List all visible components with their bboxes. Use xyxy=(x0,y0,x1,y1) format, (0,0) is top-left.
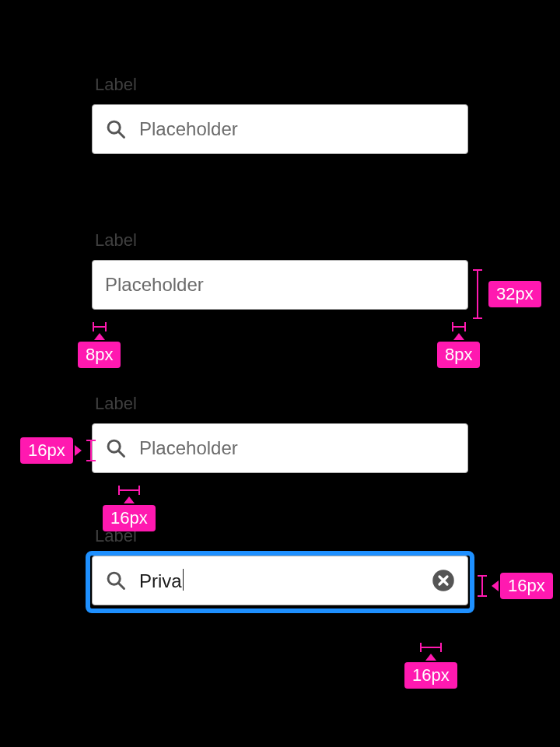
anno-pad-right-value: 8px xyxy=(437,342,480,368)
anno-height-value: 32px xyxy=(488,281,541,307)
anno-pad-left-value: 8px xyxy=(78,342,121,368)
text-caret xyxy=(183,569,184,591)
svg-line-5 xyxy=(119,584,124,589)
placeholder-text: Placeholder xyxy=(139,118,455,140)
anno-icon-size-value: 16px xyxy=(20,437,73,464)
field-group-1: Label Placeholder xyxy=(92,75,468,154)
field-label: Label xyxy=(95,394,468,414)
search-icon xyxy=(105,437,127,459)
placeholder-text: Placeholder xyxy=(105,274,455,296)
input-value: Priva xyxy=(139,569,432,592)
anno-clear-size: 16px xyxy=(478,573,553,599)
placeholder-text: Placeholder xyxy=(139,437,455,459)
field-label: Label xyxy=(95,230,468,251)
field-group-3: Label Placeholder xyxy=(92,394,468,473)
field-group-2: Label Placeholder xyxy=(92,230,468,310)
svg-line-3 xyxy=(119,451,124,457)
text-field[interactable]: Placeholder xyxy=(92,423,468,473)
anno-icon-size: 16px xyxy=(20,437,96,464)
anno-height: 32px xyxy=(473,269,541,319)
spec-canvas: Label Placeholder Label Placeholder Labe… xyxy=(0,0,560,747)
field-label: Label xyxy=(95,75,468,95)
field-group-4: Label Priva xyxy=(92,526,468,605)
anno-clear-gap-value: 16px xyxy=(404,662,457,689)
anno-icon-gap-value: 16px xyxy=(103,505,156,531)
text-field[interactable]: Placeholder xyxy=(92,104,468,154)
clear-icon[interactable] xyxy=(432,569,455,592)
text-field[interactable]: Priva xyxy=(92,556,468,605)
anno-clear-size-value: 16px xyxy=(500,573,553,599)
search-icon xyxy=(105,570,127,591)
text-field[interactable]: Placeholder xyxy=(92,260,468,310)
anno-pad-left: 8px xyxy=(78,322,121,368)
anno-pad-right: 8px xyxy=(437,322,480,368)
anno-icon-gap: 16px xyxy=(103,486,156,531)
anno-clear-gap: 16px xyxy=(404,643,457,689)
search-icon xyxy=(105,118,127,140)
svg-line-1 xyxy=(119,132,124,138)
